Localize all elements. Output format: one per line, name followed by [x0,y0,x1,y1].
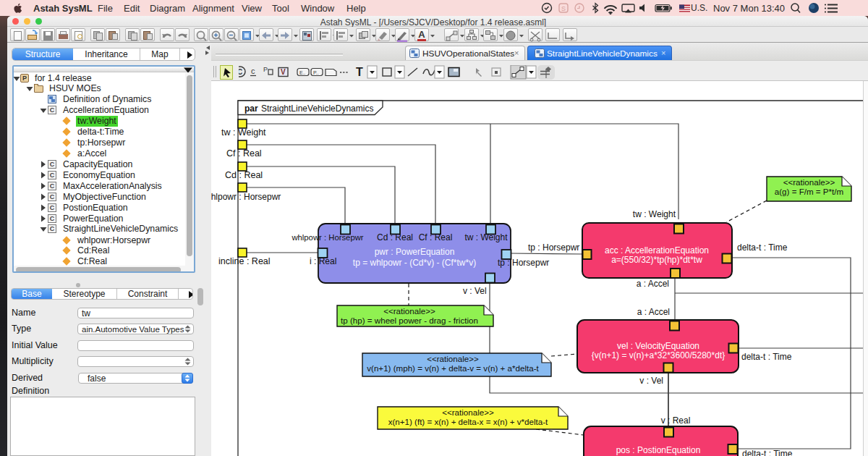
svg-text:P..: P.. [313,70,319,75]
svg-text:tw : Weight: tw : Weight [633,209,676,219]
svg-text:a=(550/32)*tp(hp)*dt*tw: a=(550/32)*tp(hp)*dt*tw [611,255,702,265]
svg-text:whlpowr : Horsepwr: whlpowr : Horsepwr [291,233,363,242]
svg-text:a : Accel: a : Accel [637,307,670,317]
svg-text:<<rationale>>: <<rationale>> [783,177,835,187]
svg-text:tp : Horsepwr: tp : Horsepwr [498,258,549,268]
svg-text:Cd : Real: Cd : Real [377,232,413,242]
svg-text:tp : Horsepwr: tp : Horsepwr [528,242,579,253]
svg-text:c: c [251,67,255,75]
svg-text:{v(n+1) = v(n)+a*32*3600/5280*: {v(n+1) = v(n)+a*32*3600/5280*dt} [592,350,725,360]
svg-text:a : Accel: a : Accel [637,279,669,289]
svg-text:x(n+1) (ft) = x(n) + delta-x =: x(n+1) (ft) = x(n) + delta-x = x(n) + v*… [388,417,548,426]
svg-text:v : Real: v : Real [661,415,691,426]
svg-text:S: S [561,5,566,12]
svg-text:tw : Weight: tw : Weight [464,232,508,242]
svg-text:acc : AccellerationEquation: acc : AccellerationEquation [605,245,709,256]
svg-text:Cd : Real: Cd : Real [225,170,263,180]
svg-text:a(g) = F/m = P*t/m: a(g) = F/m = P*t/m [775,187,843,196]
svg-text:delta-t : Time: delta-t : Time [742,449,793,456]
svg-text:P: P [263,66,268,73]
svg-text:pos : PostionEquation: pos : PostionEquation [616,445,701,455]
svg-text:Cf : Real: Cf : Real [226,148,262,159]
svg-text:par: par [244,104,258,114]
svg-text:C: C [239,68,242,76]
svg-text:tp = whlpowr - (Cd*v) - (Cf*tw: tp = whlpowr - (Cd*v) - (Cf*tw*v) [353,258,476,268]
svg-text:vel : VelocityEquation: vel : VelocityEquation [617,341,699,351]
svg-text:E..: E.. [299,70,306,75]
svg-text:incline : Real: incline : Real [218,256,271,266]
svg-text:Cf : Real: Cf : Real [419,232,453,242]
svg-text:StraightLineVehicleDynamics: StraightLineVehicleDynamics [261,104,373,114]
svg-text:i : Real: i : Real [310,256,336,266]
svg-text:tp (hp) = wheel power - drag -: tp (hp) = wheel power - drag - friction [341,316,478,325]
svg-text:whlpowr : Horsepwr: whlpowr : Horsepwr [211,192,281,202]
svg-text:V: V [281,68,286,76]
svg-text:pwr : PowerEquation: pwr : PowerEquation [375,247,455,257]
svg-text:v : Vel: v : Vel [463,286,487,296]
svg-text:<<rationale>>: <<rationale>> [383,306,435,316]
svg-text:delta-t : Time: delta-t : Time [737,242,788,253]
svg-text:tw : Weight: tw : Weight [221,127,266,138]
svg-text:T: T [356,66,363,78]
svg-text:v : Vel: v : Vel [639,376,663,386]
svg-text:v(n+1) (mph) = v(n) + delta-v: v(n+1) (mph) = v(n) + delta-v = v(n) + a… [367,363,539,373]
svg-text:<<rationale>>: <<rationale>> [427,354,479,363]
svg-text:<<rationale>>: <<rationale>> [442,408,494,417]
svg-text:delta-t : Time: delta-t : Time [741,352,792,362]
